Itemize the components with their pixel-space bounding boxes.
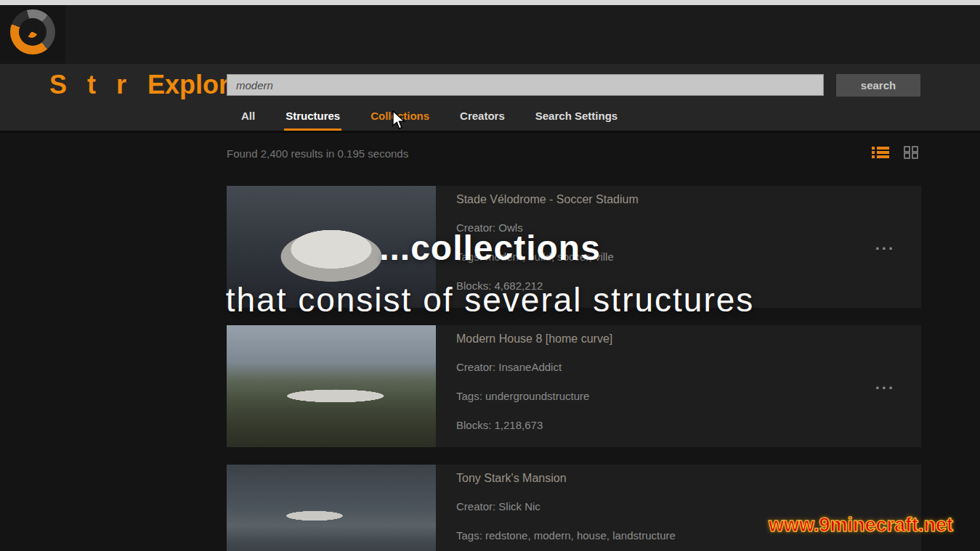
result-details: Modern House 8 [home curve] Creator: Ins… [436,325,921,447]
app-logo-icon [10,9,55,54]
result-thumbnail[interactable] [227,465,436,551]
result-details: Stade Vélodrome - Soccer Stadium Creator… [436,186,921,308]
result-details: Tony Stark's Mansion Creator: Slick Nic … [436,465,921,551]
result-menu-button[interactable]: ... [875,235,895,254]
result-thumbnail[interactable] [227,186,436,308]
header: S t r Explorer search All Structures Col… [0,64,980,133]
app-logo-inner [19,18,46,46]
app-window: S t r Explorer search All Structures Col… [0,0,980,551]
top-strip [0,0,980,5]
watermark: www.9minecraft.net [769,514,953,536]
tab-bar: All Structures Collections Creators Sear… [240,107,619,131]
result-title[interactable]: Tony Stark's Mansion [456,472,921,485]
results-list: Stade Vélodrome - Soccer Stadium Creator… [227,186,921,551]
brand-text-str: S t r [49,70,133,99]
view-toggle [872,146,918,159]
result-title[interactable]: Stade Vélodrome - Soccer Stadium [456,193,921,206]
tab-structures[interactable]: Structures [284,107,341,131]
results-area: Found 2,400 results in 0.195 seconds Sta… [0,133,980,551]
brand-logo: S t r Explorer [49,70,254,100]
tab-all[interactable]: All [240,107,256,131]
result-creator: Creator: Slick Nic [456,500,921,513]
search-input[interactable] [227,74,824,96]
grid-view-icon[interactable] [904,146,918,159]
tab-search-settings[interactable]: Search Settings [534,107,619,131]
list-view-icon[interactable] [872,146,889,159]
result-card[interactable]: Stade Vélodrome - Soccer Stadium Creator… [227,186,921,308]
result-blocks: Blocks: 4,682,212 [456,279,921,292]
results-summary: Found 2,400 results in 0.195 seconds [227,147,408,160]
result-tags: Tags: undergroundstructure [456,390,921,402]
result-title[interactable]: Modern House 8 [home curve] [456,332,921,346]
mouse-cursor [392,110,407,131]
result-tags: Tags: modern, build, soccer, ville [456,250,921,263]
search-button[interactable]: search [836,74,920,97]
result-card[interactable]: Tony Stark's Mansion Creator: Slick Nic … [227,465,921,551]
result-menu-button[interactable]: ... [875,375,895,393]
logo-block [0,5,65,64]
result-blocks: Blocks: 1,218,673 [456,419,921,431]
tab-creators[interactable]: Creators [458,107,506,131]
topbar [0,5,980,64]
result-creator: Creator: InsaneAddict [456,361,921,373]
result-creator: Creator: Owls [456,221,921,234]
result-card[interactable]: Modern House 8 [home curve] Creator: Ins… [227,325,921,447]
result-thumbnail[interactable] [227,325,436,447]
